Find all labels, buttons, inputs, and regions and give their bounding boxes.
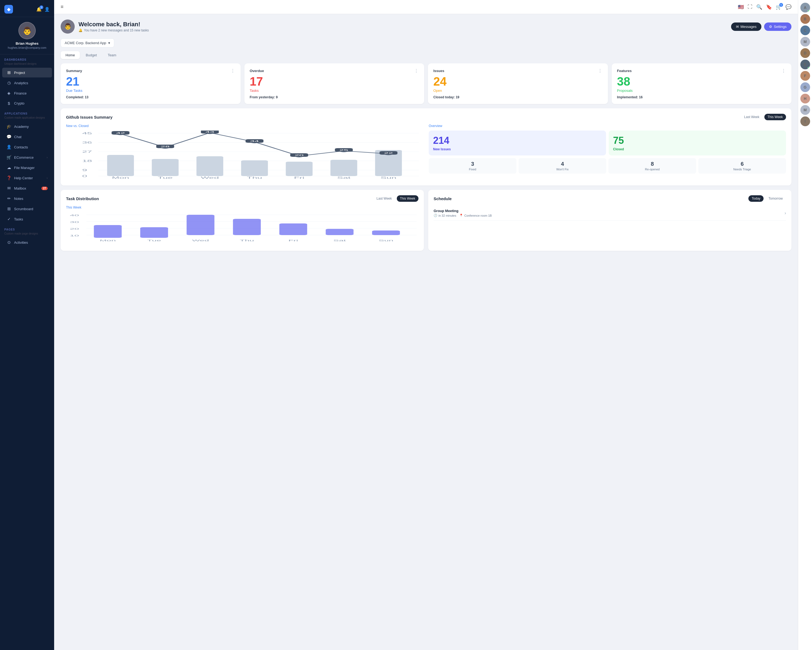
sidebar-label-finance: Finance bbox=[14, 91, 47, 95]
sidebar-header-icons: 🔔 3 👤 bbox=[36, 7, 50, 12]
notifications-badge: 3 bbox=[40, 5, 43, 9]
fullscreen-icon[interactable]: ⛶ bbox=[748, 4, 752, 10]
project-selector[interactable]: ACME Corp. Backend App ▾ bbox=[61, 38, 114, 47]
task-dist-thisweek-btn[interactable]: This Week bbox=[397, 195, 418, 202]
mini-triage-num: 6 bbox=[740, 161, 743, 167]
sidebar-item-contacts[interactable]: 👤 Contacts bbox=[2, 142, 52, 152]
svg-rect-13 bbox=[152, 159, 179, 176]
event-title: Group Meeting bbox=[433, 209, 492, 213]
svg-text:Fri: Fri bbox=[288, 239, 298, 242]
github-thisweek-btn[interactable]: This Week bbox=[765, 114, 786, 120]
sidebar-label-crypto: Crypto bbox=[14, 101, 47, 106]
stat-title-summary: Summary bbox=[66, 69, 82, 73]
github-body: New vs. Closed 45 36 27 18 9 0 bbox=[66, 124, 786, 180]
svg-text:42: 42 bbox=[116, 132, 125, 134]
sidebar-item-chat[interactable]: 💬 Chat bbox=[2, 132, 52, 142]
stat-menu-issues[interactable]: ⋮ bbox=[598, 68, 603, 73]
svg-rect-15 bbox=[241, 161, 268, 176]
stat-label-overdue: Tasks bbox=[250, 89, 419, 93]
mini-wontfix: 4 Won't Fix bbox=[519, 158, 606, 174]
sidebar-item-scrumboard[interactable]: ⊞ Scrumboard bbox=[2, 204, 52, 214]
right-avatar-9[interactable]: H bbox=[800, 94, 810, 104]
right-avatar-5[interactable]: D bbox=[800, 48, 810, 58]
mini-reopened: 8 Re-opened bbox=[609, 158, 696, 174]
schedule-tomorrow-btn[interactable]: Tomorrow bbox=[765, 195, 786, 202]
ecommerce-icon: 🛒 bbox=[6, 155, 11, 160]
right-avatar-11[interactable]: I bbox=[800, 116, 810, 126]
sidebar-item-helpcenter[interactable]: ❓ Help Center › bbox=[2, 173, 52, 183]
section-sub-pages: Custom made page designs bbox=[0, 232, 54, 237]
right-avatar-10[interactable]: M bbox=[800, 105, 810, 115]
sidebar-label-tasks: Tasks bbox=[14, 217, 47, 221]
search-icon[interactable]: 🔍 bbox=[756, 4, 762, 10]
mini-reopened-label: Re-opened bbox=[645, 168, 659, 171]
stat-card-header-summary: Summary ⋮ bbox=[66, 68, 235, 73]
sidebar-label-contacts: Contacts bbox=[14, 145, 47, 149]
helpcenter-icon: ❓ bbox=[6, 176, 11, 180]
stat-card-issues: Issues ⋮ 24 Open Closed today: 19 bbox=[428, 63, 608, 104]
stat-sub-features: Implemented: 16 bbox=[617, 95, 786, 99]
sidebar-item-ecommerce[interactable]: 🛒 ECommerce › bbox=[2, 153, 52, 162]
stat-menu-features[interactable]: ⋮ bbox=[781, 68, 786, 73]
stat-card-features: Features ⋮ 38 Proposals Implemented: 16 bbox=[612, 63, 792, 104]
sidebar-item-analytics[interactable]: ◷ Analytics bbox=[2, 78, 52, 88]
github-lastweek-btn[interactable]: Last Week bbox=[741, 114, 762, 120]
svg-text:0: 0 bbox=[82, 175, 87, 178]
sidebar-item-academy[interactable]: 🎓 Academy bbox=[2, 122, 52, 132]
settings-button[interactable]: ⚙ Settings bbox=[764, 23, 791, 31]
messages-icon[interactable]: 💬 bbox=[786, 4, 791, 10]
svg-rect-16 bbox=[286, 162, 313, 176]
tab-home[interactable]: Home bbox=[61, 51, 80, 59]
right-avatar-2[interactable]: B bbox=[800, 14, 810, 24]
line-bar-chart: 45 36 27 18 9 0 bbox=[66, 130, 423, 179]
cart-icon[interactable]: 🛒 5 bbox=[776, 4, 782, 10]
profile-avatar: 👨 bbox=[18, 22, 36, 39]
stat-sub-summary: Completed: 13 bbox=[66, 95, 235, 99]
stat-menu-overdue[interactable]: ⋮ bbox=[414, 68, 419, 73]
sidebar-label-analytics: Analytics bbox=[14, 81, 47, 85]
stat-card-header-issues: Issues ⋮ bbox=[433, 68, 603, 73]
stat-menu-summary[interactable]: ⋮ bbox=[230, 68, 235, 73]
welcome-avatar: 👨 bbox=[61, 20, 75, 34]
github-section: Github Issues Summary Last Week This Wee… bbox=[61, 109, 791, 185]
right-avatar-1[interactable]: A bbox=[800, 3, 810, 12]
sidebar-label-activities: Activities bbox=[14, 240, 47, 245]
flag-icon[interactable]: 🇺🇸 bbox=[738, 4, 744, 10]
stats-row: Summary ⋮ 21 Due Tasks Completed: 13 Ove… bbox=[61, 63, 791, 104]
schedule-toggle: Today Tomorrow bbox=[748, 195, 786, 202]
sidebar-item-filemanager[interactable]: ☁ File Manager bbox=[2, 163, 52, 173]
sidebar-item-tasks[interactable]: ✓ Tasks bbox=[2, 214, 52, 224]
sidebar-item-finance[interactable]: ◈ Finance bbox=[2, 88, 52, 98]
right-avatar-7[interactable]: F bbox=[800, 71, 810, 81]
event-arrow-icon[interactable]: › bbox=[785, 211, 786, 216]
sidebar-label-notes: Notes bbox=[14, 197, 47, 201]
sidebar-item-mailbox[interactable]: ✉ Mailbox 27 bbox=[2, 184, 52, 193]
sidebar-item-project[interactable]: ⊞ Project bbox=[2, 68, 52, 78]
bookmark-icon[interactable]: 🔖 bbox=[766, 4, 772, 10]
sidebar-item-crypto[interactable]: $ Crypto bbox=[2, 99, 52, 108]
stat-label-summary: Due Tasks bbox=[66, 89, 235, 93]
sidebar-item-notes[interactable]: ✏ Notes bbox=[2, 194, 52, 203]
schedule-today-btn[interactable]: Today bbox=[748, 195, 763, 202]
new-issues-number: 214 bbox=[433, 135, 602, 146]
notifications-button[interactable]: 🔔 3 bbox=[36, 7, 42, 12]
menu-icon[interactable]: ≡ bbox=[61, 4, 64, 10]
right-avatar-6[interactable]: E bbox=[800, 60, 810, 69]
right-avatar-3[interactable]: C bbox=[800, 26, 810, 35]
app-logo[interactable]: ◆ bbox=[4, 5, 13, 14]
task-dist-lastweek-btn[interactable]: Last Week bbox=[373, 195, 395, 202]
user-button[interactable]: 👤 bbox=[44, 7, 50, 12]
tab-team[interactable]: Team bbox=[103, 51, 121, 59]
chart-label: New vs. Closed bbox=[66, 124, 423, 128]
bottom-row: Task Distribution Last Week This Week Th… bbox=[61, 190, 791, 255]
closed-number: 75 bbox=[613, 135, 782, 146]
stat-sub-overdue: From yesterday: 9 bbox=[250, 95, 419, 99]
closed-label: Closed bbox=[613, 147, 782, 151]
messages-button[interactable]: ✉ Messages bbox=[731, 23, 762, 31]
sidebar-item-activities[interactable]: ⊙ Activities bbox=[2, 237, 52, 247]
right-avatar-8[interactable]: G bbox=[800, 82, 810, 92]
tab-budget[interactable]: Budget bbox=[81, 51, 102, 59]
right-avatar-4[interactable]: M bbox=[800, 37, 810, 47]
stat-title-overdue: Overdue bbox=[250, 69, 264, 73]
stat-sub-issues: Closed today: 19 bbox=[433, 95, 603, 99]
